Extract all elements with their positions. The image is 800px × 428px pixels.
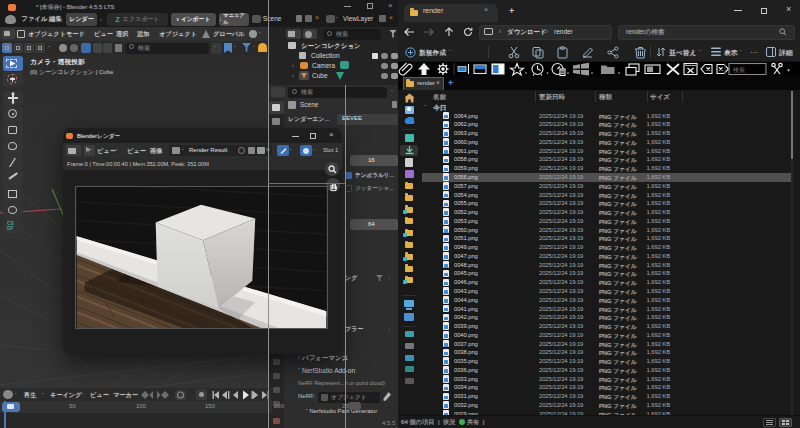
svg-text:検索: 検索 (733, 66, 745, 73)
